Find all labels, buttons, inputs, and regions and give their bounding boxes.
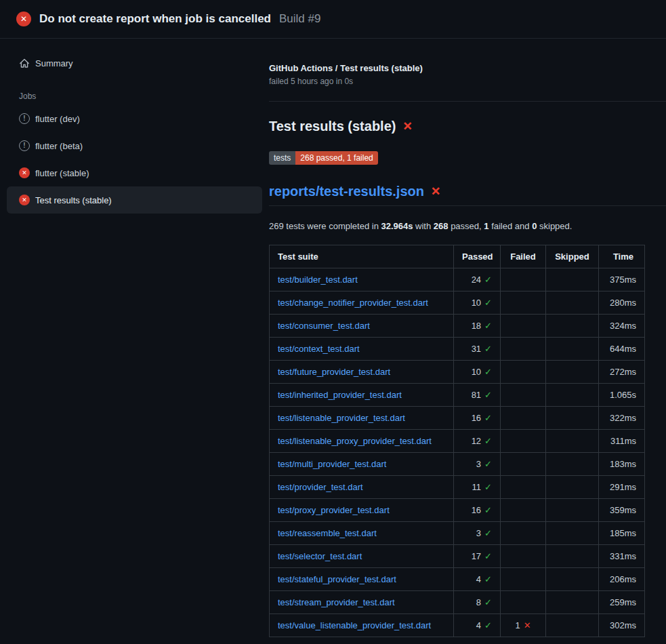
test-suite-link[interactable]: test/listenable_proxy_provider_test.dart — [278, 436, 432, 446]
test-suite-link[interactable]: test/future_provider_test.dart — [278, 367, 390, 377]
summary-part: with — [413, 221, 433, 231]
skipped-cell — [546, 407, 599, 430]
summary-passed-count: 268 — [434, 221, 449, 231]
passed-count: 4 — [476, 574, 481, 584]
test-suite-link[interactable]: test/context_test.dart — [278, 344, 360, 354]
failed-cell — [501, 315, 546, 338]
table-row: test/listenable_proxy_provider_test.dart… — [270, 430, 645, 453]
skipped-cell — [546, 545, 599, 568]
passed-cell: 18✓ — [454, 315, 501, 338]
breadcrumb[interactable]: GitHub Actions / Test results (stable) — [269, 63, 666, 73]
check-title: Test results (stable) — [269, 119, 396, 134]
test-suite-link[interactable]: test/proxy_provider_test.dart — [278, 505, 390, 515]
column-header: Skipped — [546, 245, 599, 268]
check-icon: ✓ — [484, 436, 492, 446]
column-header: Passed — [454, 245, 501, 268]
passed-cell: 17✓ — [454, 545, 501, 568]
test-suite-link[interactable]: test/value_listenable_provider_test.dart — [278, 620, 431, 630]
passed-cell: 10✓ — [454, 291, 501, 315]
passed-count: 8 — [476, 597, 481, 607]
sidebar-item-job[interactable]: !flutter (beta) — [7, 132, 262, 159]
check-icon: ✓ — [484, 275, 492, 285]
check-icon: ✓ — [484, 528, 492, 538]
sidebar-item-summary[interactable]: Summary — [7, 52, 262, 74]
suite-cell: test/stateful_provider_test.dart — [270, 568, 454, 591]
failed-cell: 1✕ — [501, 614, 546, 637]
passed-count: 12 — [472, 436, 481, 446]
table-body: test/builder_test.dart24✓375mstest/chang… — [270, 268, 645, 637]
check-icon: ✓ — [484, 390, 492, 400]
tests-badge: tests 268 passed, 1 failed — [269, 151, 378, 165]
failed-cell — [501, 338, 546, 361]
time-value: 644ms — [599, 338, 645, 361]
passed-cell: 3✓ — [454, 453, 501, 476]
time-value: 1.065s — [599, 384, 645, 407]
passed-count: 18 — [472, 321, 481, 331]
summary-part: skipped. — [537, 221, 572, 231]
suite-cell: test/builder_test.dart — [270, 268, 454, 291]
time-value: 302ms — [599, 614, 645, 637]
suite-cell: test/listenable_proxy_provider_test.dart — [270, 430, 454, 453]
table-row: test/provider_test.dart11✓291ms — [270, 476, 645, 499]
column-header: Failed — [501, 245, 546, 268]
skipped-cell — [546, 614, 599, 637]
suite-cell: test/selector_test.dart — [270, 545, 454, 568]
sidebar: Summary Jobs !flutter (dev)!flutter (bet… — [0, 39, 269, 214]
x-circle-icon: ✕ — [19, 195, 30, 205]
check-icon: ✓ — [484, 551, 492, 561]
sidebar-item-job[interactable]: ✕flutter (stable) — [7, 159, 262, 186]
summary-part: failed and — [489, 221, 533, 231]
alert-circle-icon: ! — [19, 140, 30, 151]
test-suite-link[interactable]: test/consumer_test.dart — [278, 321, 370, 331]
passed-cell: 16✓ — [454, 499, 501, 522]
divider — [269, 101, 666, 102]
test-suite-link[interactable]: test/stateful_provider_test.dart — [278, 574, 396, 584]
suite-cell: test/multi_provider_test.dart — [270, 453, 454, 476]
skipped-cell — [546, 453, 599, 476]
test-suite-link[interactable]: test/change_notifier_provider_test.dart — [278, 298, 428, 308]
passed-cell: 11✓ — [454, 476, 501, 499]
sidebar-item-label: flutter (beta) — [35, 141, 83, 151]
run-status-text: failed 5 hours ago in 0s — [269, 77, 666, 86]
jobs-list: !flutter (dev)!flutter (beta)✕flutter (s… — [7, 105, 262, 214]
check-icon: ✓ — [484, 620, 492, 630]
failed-x-icon: ✕ — [431, 186, 440, 197]
test-suite-link[interactable]: test/multi_provider_test.dart — [278, 459, 386, 469]
test-suite-link[interactable]: test/selector_test.dart — [278, 551, 362, 561]
time-value: 375ms — [599, 268, 645, 291]
suite-cell: test/proxy_provider_test.dart — [270, 499, 454, 522]
suite-cell: test/listenable_provider_test.dart — [270, 407, 454, 430]
passed-cell: 81✓ — [454, 384, 501, 407]
test-suite-link[interactable]: test/inherited_provider_test.dart — [278, 390, 402, 400]
sidebar-item-label: flutter (stable) — [35, 168, 89, 178]
summary-duration: 32.964s — [381, 221, 413, 231]
report-file-link[interactable]: reports/test-results.json — [269, 184, 424, 199]
badge-value: 268 passed, 1 failed — [295, 151, 377, 165]
table-row: test/inherited_provider_test.dart81✓1.06… — [270, 384, 645, 407]
passed-cell: 8✓ — [454, 591, 501, 614]
test-suite-link[interactable]: test/reassemble_test.dart — [278, 528, 377, 538]
check-icon: ✓ — [484, 574, 492, 584]
suite-cell: test/change_notifier_provider_test.dart — [270, 291, 454, 315]
failed-cell — [501, 568, 546, 591]
badge-label: tests — [269, 151, 295, 165]
summary-part: passed, — [449, 221, 484, 231]
passed-count: 81 — [472, 390, 481, 400]
test-suite-link[interactable]: test/builder_test.dart — [278, 275, 358, 285]
table-row: test/builder_test.dart24✓375ms — [270, 268, 645, 291]
jobs-section-label: Jobs — [19, 92, 262, 101]
test-suite-link[interactable]: test/listenable_provider_test.dart — [278, 413, 405, 423]
sidebar-item-label: Summary — [35, 58, 73, 68]
time-value: 206ms — [599, 568, 645, 591]
sidebar-item-job[interactable]: ✕Test results (stable) — [7, 186, 262, 214]
check-run-page: ✕ Do not create report when job is cance… — [0, 0, 666, 637]
test-suite-link[interactable]: test/stream_provider_test.dart — [278, 597, 395, 607]
test-suite-link[interactable]: test/provider_test.dart — [278, 482, 363, 492]
main-content: GitHub Actions / Test results (stable) f… — [269, 39, 666, 637]
sidebar-item-job[interactable]: !flutter (dev) — [7, 105, 262, 132]
skipped-cell — [546, 430, 599, 453]
layout: Summary Jobs !flutter (dev)!flutter (bet… — [0, 39, 666, 637]
suite-cell: test/context_test.dart — [270, 338, 454, 361]
sidebar-item-label: flutter (dev) — [35, 114, 80, 124]
skipped-cell — [546, 522, 599, 545]
